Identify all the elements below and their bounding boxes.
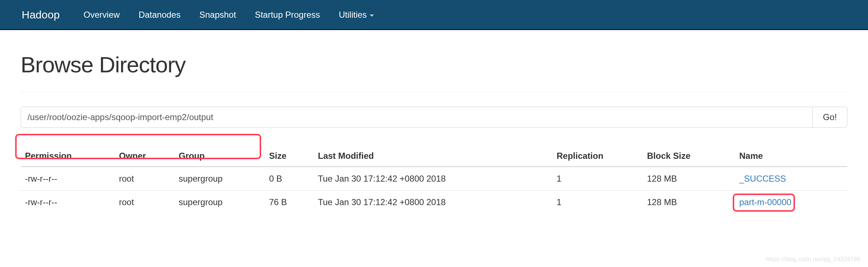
cell-permission: -rw-r--r-- (21, 167, 115, 191)
divider (21, 92, 847, 92)
nav-snapshot[interactable]: Snapshot (190, 0, 245, 30)
header-permission: Permission (21, 146, 115, 167)
file-link[interactable]: _SUCCESS (739, 174, 786, 183)
cell-replication: 1 (552, 191, 643, 214)
watermark: https://blog.csdn.net/qq_24326765 (766, 256, 861, 263)
cell-replication: 1 (552, 167, 643, 191)
header-size: Size (265, 146, 314, 167)
path-input[interactable] (21, 107, 813, 128)
chevron-down-icon (370, 14, 374, 17)
go-button[interactable]: Go! (813, 107, 847, 128)
cell-group: supergroup (174, 167, 265, 191)
cell-size: 76 B (265, 191, 314, 214)
header-replication: Replication (552, 146, 643, 167)
cell-owner: root (115, 191, 174, 214)
header-block-size: Block Size (643, 146, 735, 167)
brand-logo[interactable]: Hadoop (22, 9, 60, 21)
cell-name: _SUCCESS (735, 167, 847, 191)
cell-block-size: 128 MB (643, 167, 735, 191)
cell-last-modified: Tue Jan 30 17:12:42 +0800 2018 (314, 167, 552, 191)
table-row: -rw-r--r--rootsupergroup0 BTue Jan 30 17… (21, 167, 847, 191)
nav-startup-progress[interactable]: Startup Progress (246, 0, 329, 30)
table-row: -rw-r--r--rootsupergroup76 BTue Jan 30 1… (21, 191, 847, 214)
nav-overview[interactable]: Overview (74, 0, 129, 30)
nav-utilities-label: Utilities (339, 10, 367, 20)
header-owner: Owner (115, 146, 174, 167)
path-input-group: Go! (21, 107, 847, 128)
cell-block-size: 128 MB (643, 191, 735, 214)
header-last-modified: Last Modified (314, 146, 552, 167)
cell-last-modified: Tue Jan 30 17:12:42 +0800 2018 (314, 191, 552, 214)
header-group: Group (174, 146, 265, 167)
file-link[interactable]: part-m-00000 (739, 197, 791, 207)
header-name: Name (735, 146, 847, 167)
cell-size: 0 B (265, 167, 314, 191)
cell-name: part-m-00000 (735, 191, 847, 214)
cell-permission: -rw-r--r-- (21, 191, 115, 214)
page-title: Browse Directory (21, 52, 847, 77)
navbar: Hadoop Overview Datanodes Snapshot Start… (0, 0, 868, 30)
cell-owner: root (115, 167, 174, 191)
nav-utilities-dropdown[interactable]: Utilities (329, 0, 383, 30)
directory-table: Permission Owner Group Size Last Modifie… (21, 146, 847, 214)
nav-datanodes[interactable]: Datanodes (129, 0, 190, 30)
cell-group: supergroup (174, 191, 265, 214)
table-header-row: Permission Owner Group Size Last Modifie… (21, 146, 847, 167)
